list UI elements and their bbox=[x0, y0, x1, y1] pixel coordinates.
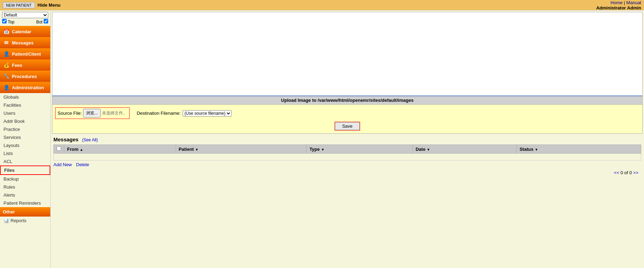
messages-heading: Messages bbox=[53, 136, 79, 142]
sidebar-item-reports[interactable]: 📊 Reports bbox=[0, 217, 50, 225]
nav-messages[interactable]: ✉ Messages bbox=[0, 37, 50, 48]
destination-label: Destination Filename: bbox=[137, 111, 181, 116]
header-patient[interactable]: Patient ▼ bbox=[176, 145, 307, 154]
type-sort-arrow: ▼ bbox=[321, 148, 324, 151]
sidebar-item-facilities[interactable]: Facilities bbox=[0, 101, 50, 109]
table-header-row: From ▲ Patient ▼ Type ▼ bbox=[54, 145, 641, 154]
nav-fees-label: Fees bbox=[12, 63, 22, 68]
patient-sort-arrow: ▼ bbox=[195, 148, 199, 151]
destination-select[interactable]: (Use source filename) bbox=[183, 110, 232, 117]
upload-body: Source File: 浏览... 未选择文件。 Destination Fi… bbox=[52, 105, 642, 133]
sidebar-item-lists[interactable]: Lists bbox=[0, 149, 50, 157]
upload-fields: Source File: 浏览... 未选择文件。 Destination Fi… bbox=[55, 107, 639, 119]
messages-table: From ▲ Patient ▼ Type ▼ bbox=[53, 144, 641, 161]
reports-icon: 📊 bbox=[3, 218, 9, 223]
header-date[interactable]: Date ▼ bbox=[412, 145, 517, 154]
header-from[interactable]: From ▲ bbox=[64, 145, 176, 154]
save-wrapper: Save bbox=[55, 122, 639, 131]
date-sort-arrow: ▼ bbox=[427, 148, 430, 151]
sidebar-item-acl[interactable]: ACL bbox=[0, 157, 50, 165]
procedures-icon: 🔧 bbox=[3, 73, 10, 80]
layout: Default Top Bot 📅 Calendar ✉ Messages bbox=[0, 10, 644, 268]
table-row bbox=[54, 154, 641, 161]
sidebar-item-practice[interactable]: Practice bbox=[0, 125, 50, 133]
blank-area bbox=[52, 12, 642, 96]
save-button[interactable]: Save bbox=[335, 122, 360, 130]
sidebar-item-globals[interactable]: Globals bbox=[0, 93, 50, 101]
sidebar-item-addr-book[interactable]: Addr Book bbox=[0, 117, 50, 125]
nav-procedures-label: Procedures bbox=[12, 74, 37, 79]
manual-link[interactable]: Manual bbox=[626, 0, 641, 5]
sidebar-item-patient-reminders[interactable]: Patient Reminders bbox=[0, 199, 50, 207]
hide-menu-button[interactable]: Hide Menu bbox=[38, 2, 61, 8]
header-type[interactable]: Type ▼ bbox=[307, 145, 413, 154]
new-patient-button[interactable]: NEW PATIENT bbox=[3, 2, 35, 8]
nav-patient[interactable]: 👤 Patient/Client bbox=[0, 48, 50, 59]
save-btn-wrapper: Save bbox=[335, 122, 360, 131]
browse-button[interactable]: 浏览... bbox=[83, 109, 101, 118]
sidebar-item-services[interactable]: Services bbox=[0, 133, 50, 141]
prev-link[interactable]: << bbox=[614, 170, 619, 175]
sidebar-item-layouts[interactable]: Layouts bbox=[0, 141, 50, 149]
fees-icon: 💰 bbox=[3, 62, 10, 69]
nav-other[interactable]: Other bbox=[0, 207, 50, 217]
add-new-link[interactable]: Add New bbox=[53, 162, 72, 167]
nav-fees[interactable]: 💰 Fees bbox=[0, 59, 50, 71]
sidebar-item-backup[interactable]: Backup bbox=[0, 175, 50, 183]
nav-messages-label: Messages bbox=[12, 40, 34, 45]
topbar-right: Home | Manual Administrator Admin bbox=[596, 0, 641, 10]
sidebar-item-rules[interactable]: Rules bbox=[0, 183, 50, 191]
messages-table-container: From ▲ Patient ▼ Type ▼ bbox=[53, 144, 641, 177]
file-input-wrapper: Source File: 浏览... 未选择文件。 bbox=[55, 107, 130, 119]
sidebar: Default Top Bot 📅 Calendar ✉ Messages bbox=[0, 10, 51, 268]
nav-other-label: Other bbox=[3, 209, 15, 214]
pagination: << 0 of 0 >> bbox=[53, 169, 641, 177]
main-content: Upload Image to /var/www/html/openemr/si… bbox=[51, 10, 644, 268]
pagination-text: 0 of 0 bbox=[621, 170, 633, 175]
source-file-label: Source File: bbox=[58, 111, 82, 116]
table-actions: Add New Delete bbox=[53, 161, 641, 169]
select-all-checkbox[interactable] bbox=[57, 146, 61, 151]
nav-procedures[interactable]: 🔧 Procedures bbox=[0, 71, 50, 82]
topbar: NEW PATIENT Hide Menu Home | Manual Admi… bbox=[0, 0, 644, 10]
header-checkbox-col[interactable] bbox=[54, 145, 64, 154]
bot-checkbox[interactable] bbox=[44, 19, 48, 23]
sidebar-item-users[interactable]: Users bbox=[0, 109, 50, 117]
nav-patient-label: Patient/Client bbox=[12, 51, 41, 57]
sidebar-item-alerts[interactable]: Alerts bbox=[0, 191, 50, 199]
header-status[interactable]: Status ▼ bbox=[517, 145, 641, 154]
status-sort-arrow: ▼ bbox=[535, 148, 538, 151]
from-sort-arrow: ▲ bbox=[80, 148, 83, 151]
delete-link[interactable]: Delete bbox=[76, 162, 89, 167]
admin-label: Administrator Admin bbox=[596, 5, 641, 10]
nav-administration[interactable]: 👤 Administration bbox=[0, 82, 50, 93]
messages-title: Messages (See All) bbox=[53, 136, 641, 142]
top-bot-row: Top Bot bbox=[2, 19, 48, 24]
upload-header: Upload Image to /var/www/html/openemr/si… bbox=[52, 96, 642, 105]
topbar-left: NEW PATIENT Hide Menu bbox=[3, 2, 60, 8]
sidebar-item-files[interactable]: Files bbox=[0, 165, 50, 175]
see-all-link[interactable]: (See All) bbox=[82, 137, 98, 142]
home-link[interactable]: Home bbox=[610, 0, 623, 5]
top-checkbox-label: Top bbox=[2, 19, 14, 24]
next-link[interactable]: >> bbox=[633, 170, 638, 175]
messages-tbody bbox=[54, 154, 641, 161]
nav-administration-label: Administration bbox=[12, 85, 44, 90]
theme-select[interactable]: Default bbox=[2, 12, 48, 18]
messages-icon: ✉ bbox=[3, 39, 10, 46]
administration-icon: 👤 bbox=[3, 84, 10, 91]
upload-frame: Upload Image to /var/www/html/openemr/si… bbox=[52, 12, 643, 134]
top-checkbox[interactable] bbox=[2, 19, 7, 23]
patient-icon: 👤 bbox=[3, 50, 10, 57]
nav-calendar[interactable]: 📅 Calendar bbox=[0, 26, 50, 37]
dest-select-wrapper: Destination Filename: (Use source filena… bbox=[137, 110, 232, 117]
bot-checkbox-label: Bot bbox=[36, 19, 48, 24]
nav-calendar-label: Calendar bbox=[12, 29, 31, 34]
no-file-label: 未选择文件。 bbox=[102, 110, 127, 116]
sidebar-controls: Default Top Bot bbox=[0, 10, 50, 26]
calendar-icon: 📅 bbox=[3, 28, 10, 35]
messages-section: Messages (See All) From ▲ bbox=[51, 135, 644, 178]
